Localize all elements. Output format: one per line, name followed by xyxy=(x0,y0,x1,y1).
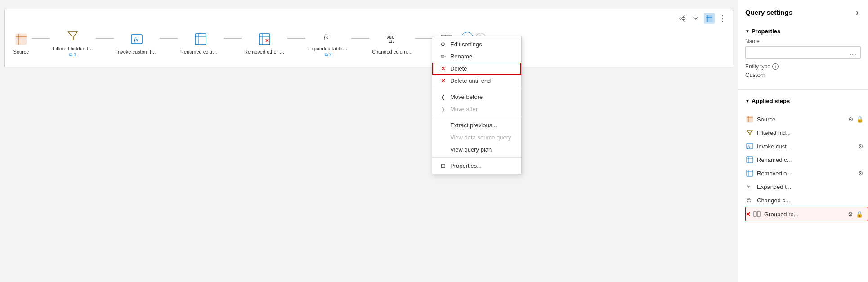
applied-step-source-lock[interactable]: 🔒 xyxy=(855,115,864,124)
step-filtered-icon xyxy=(65,28,81,44)
svg-rect-8 xyxy=(16,34,27,45)
menu-item-rename[interactable]: ✏ Rename xyxy=(432,50,521,63)
applied-step-grouped[interactable]: ✕ Grouped ro... ⚙ 🔒 xyxy=(745,207,868,221)
move-after-icon: ❯ xyxy=(439,106,447,112)
svg-point-2 xyxy=(683,19,685,21)
main-area: ⋮ Source xyxy=(0,0,738,282)
properties-chevron: ▼ xyxy=(745,29,750,34)
properties-section-header: ▼ Properties xyxy=(745,28,861,35)
applied-steps-list: Source ⚙ 🔒 Filtered hid... fx xyxy=(738,112,868,282)
move-before-icon: ❮ xyxy=(439,94,447,100)
applied-step-source-name: Source xyxy=(757,116,847,123)
context-menu: ⚙ Edit settings ✏ Rename ✕ Delete ✕ Dele… xyxy=(432,36,522,174)
svg-rect-14 xyxy=(195,34,206,45)
applied-step-source-icon xyxy=(745,115,754,124)
menu-item-delete[interactable]: ✕ Delete xyxy=(432,63,521,75)
applied-step-removed[interactable]: Removed o... ⚙ xyxy=(745,166,868,180)
step-removed[interactable]: Removed other c... xyxy=(242,29,287,56)
step-filtered[interactable]: Filtered hidden fi... ⧉ 1 xyxy=(50,26,96,59)
connector-5 xyxy=(287,38,305,39)
panel-close-button[interactable]: › xyxy=(854,6,861,18)
svg-marker-11 xyxy=(68,32,77,40)
delete-icon: ✕ xyxy=(439,65,447,72)
svg-line-3 xyxy=(681,17,683,18)
menu-item-properties[interactable]: ⊞ Properties... xyxy=(432,160,521,172)
panel-title: Query settings xyxy=(745,9,792,16)
menu-item-move-before[interactable]: ❮ Move before xyxy=(432,91,521,103)
entity-type-value: Custom xyxy=(745,72,861,78)
step-invoke[interactable]: fx Invoke custom fu... xyxy=(114,29,160,56)
applied-step-expanded-icon: fx xyxy=(745,182,754,191)
step-changed-icon: ABC 123 xyxy=(384,31,400,47)
menu-item-extract-previous-label: Extract previous... xyxy=(450,122,497,129)
step-filtered-label: Filtered hidden fi... xyxy=(53,46,93,51)
applied-step-expanded-name: Expanded t... xyxy=(757,184,864,190)
properties-icon: ⊞ xyxy=(439,162,447,169)
step-source-label: Source xyxy=(13,49,29,54)
applied-step-changed[interactable]: ABC 123 Changed c... xyxy=(745,193,868,207)
menu-item-move-after-label: Move after xyxy=(450,106,478,112)
name-input[interactable]: ... xyxy=(745,46,861,59)
active-view-icon[interactable] xyxy=(704,13,715,24)
more-options-icon[interactable]: ⋮ xyxy=(717,13,728,24)
menu-item-edit-settings[interactable]: ⚙ Edit settings xyxy=(432,38,521,50)
properties-label: Properties xyxy=(752,28,780,35)
applied-step-grouped-gear[interactable]: ⚙ xyxy=(847,210,854,219)
applied-step-invoke-gear[interactable]: ⚙ xyxy=(857,142,864,151)
step-invoke-label: Invoke custom fu... xyxy=(116,49,157,54)
applied-step-source-gear[interactable]: ⚙ xyxy=(847,115,855,124)
connector-7 xyxy=(415,38,433,39)
applied-step-grouped-x[interactable]: ✕ xyxy=(746,211,751,218)
menu-item-delete-until-end[interactable]: ✕ Delete until end xyxy=(432,75,521,87)
applied-step-removed-gear[interactable]: ⚙ xyxy=(857,169,864,178)
step-expanded-link[interactable]: ⧉ 2 xyxy=(325,52,331,58)
step-renamed[interactable]: Renamed columns xyxy=(178,29,224,56)
menu-item-view-query-plan-label: View query plan xyxy=(450,146,492,153)
menu-item-extract-previous[interactable]: Extract previous... xyxy=(432,119,521,131)
applied-step-grouped-icon xyxy=(752,210,761,219)
step-expanded[interactable]: fx Expanded table c... ⧉ 2 xyxy=(305,26,351,59)
connector-6 xyxy=(351,38,369,39)
applied-step-invoke[interactable]: fx Invoke cust... ⚙ xyxy=(745,139,868,153)
applied-step-renamed[interactable]: Renamed c... xyxy=(745,153,868,166)
step-filtered-link[interactable]: ⧉ 1 xyxy=(69,52,76,58)
applied-step-removed-actions: ⚙ xyxy=(857,169,864,178)
step-renamed-icon xyxy=(192,31,209,47)
step-source-icon xyxy=(13,31,29,47)
svg-point-0 xyxy=(683,16,685,18)
svg-rect-37 xyxy=(747,170,753,176)
menu-item-move-after: ❯ Move after xyxy=(432,103,521,115)
applied-step-grouped-name: Grouped ro... xyxy=(764,211,847,218)
applied-step-removed-icon xyxy=(745,169,754,178)
collapse-icon[interactable] xyxy=(690,13,701,24)
applied-steps-chevron: ▼ xyxy=(745,98,750,103)
menu-item-move-before-label: Move before xyxy=(450,94,483,100)
menu-item-view-data-source-label: View data source query xyxy=(450,134,511,141)
applied-step-filtered-icon xyxy=(745,128,754,137)
menu-item-view-query-plan[interactable]: View query plan xyxy=(432,143,521,156)
name-input-dots[interactable]: ... xyxy=(850,49,857,57)
applied-step-changed-name: Changed c... xyxy=(757,197,864,204)
connector-3 xyxy=(160,38,178,39)
svg-text:fx: fx xyxy=(747,184,750,189)
applied-step-grouped-lock[interactable]: 🔒 xyxy=(855,210,864,219)
applied-step-expanded[interactable]: fx Expanded t... xyxy=(745,180,868,193)
svg-rect-34 xyxy=(747,157,753,163)
applied-steps-header: ▼ Applied steps xyxy=(745,98,861,104)
applied-step-removed-name: Removed o... xyxy=(757,170,857,177)
share-icon[interactable] xyxy=(677,13,688,24)
step-removed-label: Removed other c... xyxy=(244,49,285,54)
svg-line-4 xyxy=(681,19,683,20)
step-source[interactable]: Source xyxy=(10,29,32,56)
connector-1 xyxy=(32,38,50,39)
applied-step-filtered[interactable]: Filtered hid... xyxy=(745,126,868,139)
menu-item-delete-until-end-label: Delete until end xyxy=(450,77,491,84)
applied-step-source[interactable]: Source ⚙ 🔒 xyxy=(745,112,868,126)
connector-2 xyxy=(96,38,114,39)
step-changed[interactable]: ABC 123 Changed column... xyxy=(369,29,415,56)
applied-step-invoke-icon: fx xyxy=(745,142,754,151)
panel-divider xyxy=(738,89,868,90)
entity-type-info-icon[interactable]: i xyxy=(772,63,779,70)
svg-text:123: 123 xyxy=(747,200,751,203)
delete-until-end-icon: ✕ xyxy=(439,77,447,84)
